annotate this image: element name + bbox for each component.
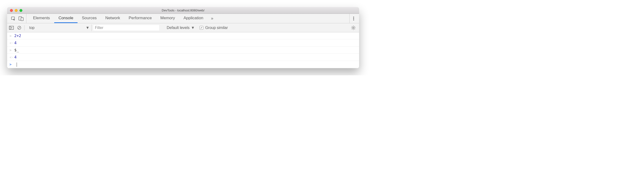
tab-console[interactable]: Console (54, 14, 78, 23)
log-levels-select[interactable]: Default levels ▼ (161, 26, 198, 30)
svg-line-17 (352, 29, 352, 29)
minimize-window-button[interactable] (15, 9, 18, 12)
text-cursor (17, 62, 17, 67)
input-arrow-icon: > (10, 48, 14, 52)
svg-point-3 (353, 17, 354, 17)
chevron-down-icon: ▼ (191, 26, 195, 30)
group-similar-toggle[interactable]: ✓ Group similar (200, 26, 228, 30)
console-row-input: >2+2 (7, 32, 359, 39)
svg-point-4 (353, 18, 354, 19)
execution-context-value: top (29, 26, 34, 30)
prompt-arrow-icon: > (10, 62, 14, 66)
svg-line-18 (354, 26, 355, 27)
output-arrow-icon: <· (10, 41, 14, 45)
inspect-tools (8, 14, 26, 23)
svg-point-10 (353, 27, 354, 28)
zoom-window-button[interactable] (20, 9, 22, 12)
console-row-prompt[interactable]: > (7, 61, 359, 68)
input-arrow-icon: > (10, 34, 14, 38)
svg-line-9 (18, 27, 20, 29)
console-toolbar: top ▼ Default levels ▼ ✓ Group similar (7, 23, 359, 32)
console-text (14, 62, 17, 67)
console-output: >2+2<·4>$_<·4> (7, 32, 359, 68)
panel-tabbar: ElementsConsoleSourcesNetworkPerformance… (7, 14, 359, 23)
tab-application[interactable]: Application (179, 14, 208, 23)
svg-line-16 (354, 29, 355, 29)
console-text: 2+2 (14, 33, 21, 38)
console-text: 4 (14, 41, 17, 45)
more-tabs-button[interactable]: » (208, 16, 217, 21)
toggle-sidebar-icon[interactable] (9, 26, 14, 30)
close-window-button[interactable] (10, 9, 13, 12)
svg-rect-2 (21, 17, 23, 21)
svg-point-5 (353, 19, 354, 20)
output-arrow-icon: <· (10, 55, 14, 59)
panel-tabs: ElementsConsoleSourcesNetworkPerformance… (29, 14, 208, 23)
tab-elements[interactable]: Elements (29, 14, 54, 23)
tab-memory[interactable]: Memory (156, 14, 179, 23)
console-text: 4 (14, 55, 17, 59)
tab-network[interactable]: Network (101, 14, 124, 23)
clear-console-icon[interactable] (17, 26, 22, 30)
traffic-lights (7, 9, 22, 12)
log-levels-label: Default levels (167, 26, 190, 30)
console-text: $_ (14, 48, 19, 52)
tab-sources[interactable]: Sources (78, 14, 101, 23)
devtools-window: DevTools - localhost:8080/web/ ElementsC… (7, 7, 359, 68)
console-row-input: >$_ (7, 46, 359, 54)
toggle-device-icon[interactable] (18, 16, 24, 21)
tab-performance[interactable]: Performance (124, 14, 156, 23)
console-row-output: <·4 (7, 39, 359, 46)
console-settings-icon[interactable] (351, 25, 357, 30)
kebab-menu-icon[interactable] (353, 16, 354, 21)
svg-rect-7 (9, 26, 11, 29)
inspect-element-icon[interactable] (11, 16, 16, 21)
console-row-output: <·4 (7, 54, 359, 61)
window-title: DevTools - localhost:8080/web/ (162, 8, 204, 12)
svg-line-15 (352, 26, 352, 27)
titlebar: DevTools - localhost:8080/web/ (7, 7, 359, 14)
group-similar-label: Group similar (205, 26, 228, 30)
execution-context-select[interactable]: top ▼ (27, 24, 92, 31)
checkbox-icon: ✓ (200, 26, 203, 30)
chevron-down-icon: ▼ (86, 26, 90, 30)
filter-input[interactable] (93, 25, 160, 31)
